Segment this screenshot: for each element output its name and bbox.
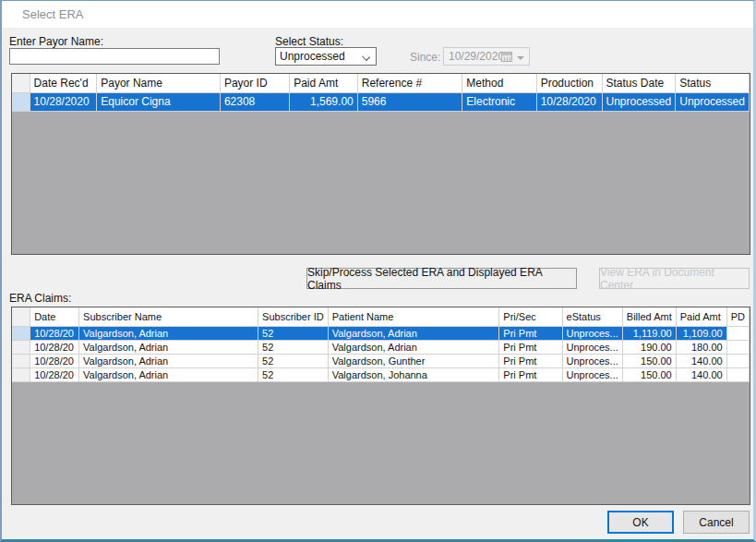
cell: 10/28/20	[30, 354, 79, 367]
row-indicator-header	[12, 74, 30, 92]
cell: Unproces...	[562, 326, 622, 340]
status-dropdown[interactable]: Unprocessed	[275, 47, 377, 66]
row-indicator-header	[12, 307, 30, 326]
cell: 10/28/2020	[30, 92, 97, 111]
cell: 62308	[220, 92, 289, 111]
calendar-icon	[501, 52, 512, 62]
row-indicator	[12, 326, 30, 340]
column-header[interactable]: Subscriber ID	[258, 307, 329, 326]
skip-process-button[interactable]: Skip/Process Selected ERA and Displayed …	[306, 268, 577, 289]
era-table: Date Rec'dPayor NamePayor IDPaid AmtRefe…	[12, 74, 750, 112]
column-header[interactable]: PD	[726, 307, 749, 326]
cell: 10/28/20	[30, 367, 79, 381]
cell	[726, 340, 749, 354]
payor-name-input[interactable]	[9, 48, 220, 65]
column-header[interactable]: Patient Name	[328, 307, 499, 326]
status-label: Select Status:	[275, 35, 343, 48]
cell: 52	[258, 367, 329, 381]
dialog-title: Select ERA	[22, 7, 83, 21]
cell: Valgardson, Adrian	[328, 340, 499, 354]
cell: Unprocessed	[602, 92, 676, 111]
era-claims-label: ERA Claims:	[9, 292, 71, 305]
select-era-dialog: Select ERA Enter Payor Name: Select Stat…	[0, 0, 756, 542]
status-dropdown-value: Unprocessed	[280, 50, 345, 63]
since-label: Since:	[410, 51, 440, 64]
cell	[726, 367, 749, 381]
ok-button[interactable]: OK	[607, 511, 674, 534]
claim-row[interactable]: 10/28/20Valgardson, Adrian52Valgardson, …	[12, 326, 750, 340]
cell: 190.00	[622, 340, 676, 354]
column-header[interactable]: eStatus	[562, 307, 622, 326]
cell: Valgardson, Johanna	[328, 367, 499, 381]
column-header[interactable]: Subscriber Name	[79, 307, 258, 326]
column-header[interactable]: Reference #	[357, 74, 462, 92]
cell: 52	[258, 340, 329, 354]
since-date-value: 10/29/2020	[449, 50, 504, 63]
cell: Electronic	[462, 92, 536, 111]
cell: Valgardson, Gunther	[328, 354, 499, 367]
column-header[interactable]: Pri/Sec	[499, 307, 562, 326]
column-header[interactable]: Date Rec'd	[30, 74, 97, 92]
column-header[interactable]: Paid Amt	[676, 307, 726, 326]
cell: Pri Pmt	[499, 326, 562, 340]
since-date-picker: 10/29/2020	[443, 47, 530, 66]
column-header[interactable]: Status Date	[602, 74, 676, 92]
claim-row[interactable]: 10/28/20Valgardson, Adrian52Valgardson, …	[12, 354, 750, 367]
cell: 1,109.00	[676, 326, 726, 340]
cell: Unproces...	[562, 367, 622, 381]
column-header[interactable]: Payor Name	[97, 74, 221, 92]
cell: Unproces...	[562, 354, 622, 367]
cell	[726, 326, 749, 340]
cell: 180.00	[676, 340, 726, 354]
era-row[interactable]: 10/28/2020Equicor Cigna623081,569.005966…	[12, 92, 750, 111]
era-grid-panel: Date Rec'dPayor NamePayor IDPaid AmtRefe…	[11, 73, 750, 255]
cell: Valgardson, Adrian	[79, 340, 258, 354]
cell: Pri Pmt	[499, 340, 562, 354]
column-header[interactable]: Date	[30, 307, 79, 326]
cell: 10/28/20	[30, 340, 79, 354]
column-header[interactable]: Production	[536, 74, 602, 92]
claims-grid-panel: DateSubscriber NameSubscriber IDPatient …	[11, 307, 750, 505]
column-header[interactable]: Payor ID	[220, 74, 289, 92]
cancel-button[interactable]: Cancel	[683, 511, 750, 534]
cell: 52	[258, 354, 329, 367]
column-header[interactable]: Method	[462, 74, 536, 92]
row-indicator	[12, 354, 30, 367]
row-indicator	[12, 92, 30, 111]
cell: 10/28/2020	[536, 92, 602, 111]
column-header[interactable]: Paid Amt	[290, 74, 358, 92]
cell: Equicor Cigna	[97, 92, 221, 111]
era-claims-table: DateSubscriber NameSubscriber IDPatient …	[12, 307, 750, 382]
cell: 52	[258, 326, 329, 340]
title-bar: Select ERA	[2, 1, 753, 29]
cell: Valgardson, Adrian	[328, 326, 499, 340]
column-header[interactable]: Billed Amt	[622, 307, 676, 326]
cell: 150.00	[622, 354, 676, 367]
cell: 140.00	[676, 367, 726, 381]
claim-row[interactable]: 10/28/20Valgardson, Adrian52Valgardson, …	[12, 340, 750, 354]
cell: Pri Pmt	[499, 367, 562, 381]
cell: 1,119.00	[622, 326, 676, 340]
cell: Valgardson, Adrian	[79, 326, 258, 340]
payor-name-label: Enter Payor Name:	[9, 35, 103, 48]
cell: Valgardson, Adrian	[79, 354, 258, 367]
cell: 1,569.00	[290, 92, 358, 111]
cell	[726, 354, 749, 367]
column-header[interactable]: Status	[676, 74, 750, 92]
dropdown-arrow-icon	[517, 56, 524, 60]
cell: 5966	[357, 92, 462, 111]
cell: 10/28/20	[30, 326, 79, 340]
claim-row[interactable]: 10/28/20Valgardson, Adrian52Valgardson, …	[12, 367, 750, 381]
cell: Unprocessed	[676, 92, 750, 111]
cell: 150.00	[622, 367, 676, 381]
cell: Unproces...	[562, 340, 622, 354]
cell: Pri Pmt	[499, 354, 562, 367]
row-indicator	[12, 340, 30, 354]
view-era-button: View ERA in Document Center	[599, 268, 750, 289]
row-indicator	[12, 367, 30, 381]
chevron-down-icon	[362, 53, 370, 61]
cell: 140.00	[676, 354, 726, 367]
cell: Valgardson, Adrian	[79, 367, 258, 381]
